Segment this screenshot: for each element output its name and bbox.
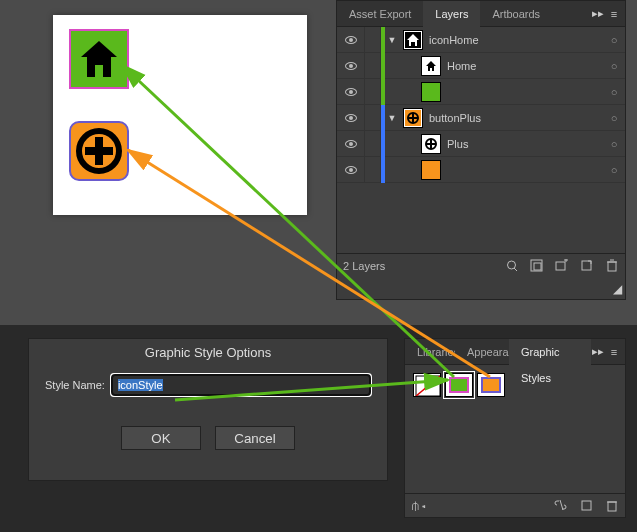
target-icon[interactable] — [603, 138, 625, 150]
target-icon[interactable] — [603, 112, 625, 124]
svg-line-22 — [560, 500, 563, 510]
eye-icon — [345, 88, 357, 96]
svg-rect-12 — [534, 263, 541, 270]
layer-name[interactable]: buttonPlus — [427, 112, 603, 124]
new-style-icon[interactable] — [579, 498, 594, 513]
visibility-toggle[interactable] — [337, 79, 365, 105]
target-icon[interactable] — [603, 60, 625, 72]
layer-thumbnail — [421, 134, 441, 154]
svg-rect-17 — [608, 262, 616, 271]
styles-library-menu-icon[interactable]: ⫛◂ — [411, 498, 426, 513]
eye-icon — [345, 114, 357, 122]
layer-name[interactable]: iconHome — [427, 34, 603, 46]
layer-row[interactable]: Plus — [337, 131, 625, 157]
eye-icon — [345, 36, 357, 44]
svg-line-10 — [514, 268, 517, 271]
visibility-toggle[interactable] — [337, 53, 365, 79]
layer-color-bar — [381, 157, 385, 183]
style-swatch-icon-style[interactable] — [445, 373, 473, 397]
lock-column[interactable] — [365, 79, 381, 105]
layer-thumbnail — [421, 82, 441, 102]
graphic-style-options-dialog: Graphic Style Options Style Name: OK Can… — [28, 338, 388, 481]
delete-style-icon[interactable] — [604, 498, 619, 513]
lock-column[interactable] — [365, 157, 381, 183]
layer-thumbnail — [421, 56, 441, 76]
graphic-styles-panel: Libraries Appearance Graphic Styles ▸▸ ≡… — [404, 338, 626, 518]
svg-rect-23 — [582, 501, 591, 510]
disclosure-triangle-icon[interactable]: ▼ — [385, 35, 399, 45]
eye-icon — [345, 140, 357, 148]
disclosure-triangle-icon[interactable]: ▼ — [385, 113, 399, 123]
layer-row[interactable]: ▼buttonPlus — [337, 105, 625, 131]
layer-name[interactable]: Plus — [445, 138, 603, 150]
layers-panel: Asset Export Layers Artboards ▸▸ ≡ ▼icon… — [336, 0, 626, 300]
layer-color-bar — [381, 53, 385, 79]
layer-row[interactable] — [337, 157, 625, 183]
visibility-toggle[interactable] — [337, 105, 365, 131]
artboard-canvas — [53, 15, 307, 215]
layer-count: 2 Layers — [343, 260, 385, 272]
svg-rect-2 — [85, 147, 113, 155]
svg-rect-13 — [556, 262, 565, 270]
visibility-toggle[interactable] — [337, 131, 365, 157]
panel-resize-icon[interactable]: ◢ — [613, 282, 622, 296]
layer-row[interactable] — [337, 79, 625, 105]
layer-name[interactable]: Home — [445, 60, 603, 72]
target-icon[interactable] — [603, 86, 625, 98]
layers-panel-tabs: Asset Export Layers Artboards ▸▸ ≡ — [337, 1, 625, 27]
svg-rect-24 — [608, 502, 616, 511]
layer-color-bar — [381, 131, 385, 157]
panel-menu-icon[interactable]: ≡ — [607, 7, 621, 21]
svg-rect-16 — [582, 261, 591, 270]
make-clipping-mask-icon[interactable] — [529, 258, 544, 273]
tab-layers[interactable]: Layers — [423, 1, 480, 27]
plus-circle-icon — [75, 127, 123, 175]
svg-rect-11 — [531, 260, 542, 271]
target-icon[interactable] — [603, 164, 625, 176]
target-icon[interactable] — [603, 34, 625, 46]
dialog-title: Graphic Style Options — [29, 339, 387, 374]
lock-column[interactable] — [365, 53, 381, 79]
style-swatch-default-style[interactable] — [413, 373, 441, 397]
eye-icon — [345, 166, 357, 174]
lock-column[interactable] — [365, 131, 381, 157]
tab-asset-export[interactable]: Asset Export — [337, 1, 423, 27]
style-swatch-button-style[interactable] — [477, 373, 505, 397]
locate-object-icon[interactable] — [504, 258, 519, 273]
visibility-toggle[interactable] — [337, 27, 365, 53]
tab-graphic-styles[interactable]: Graphic Styles — [509, 339, 591, 365]
gs-tabs: Libraries Appearance Graphic Styles ▸▸ ≡ — [405, 339, 625, 365]
layers-footer: 2 Layers — [337, 253, 625, 277]
new-sublayer-icon[interactable] — [554, 258, 569, 273]
cancel-button[interactable]: Cancel — [215, 426, 295, 450]
panel-collapse-icon[interactable]: ▸▸ — [591, 7, 605, 21]
layer-row[interactable]: ▼iconHome — [337, 27, 625, 53]
house-icon — [77, 37, 121, 81]
gs-collapse-icon[interactable]: ▸▸ — [591, 345, 605, 359]
tab-appearance[interactable]: Appearance — [455, 339, 509, 365]
lock-column[interactable] — [365, 105, 381, 131]
style-name-input[interactable] — [111, 374, 371, 396]
layer-thumbnail — [421, 160, 441, 180]
visibility-toggle[interactable] — [337, 157, 365, 183]
tab-libraries[interactable]: Libraries — [405, 339, 455, 365]
layer-row[interactable]: Home — [337, 53, 625, 79]
layer-color-bar — [381, 79, 385, 105]
style-swatch-row — [405, 365, 625, 405]
gs-menu-icon[interactable]: ≡ — [607, 345, 621, 359]
tab-artboards[interactable]: Artboards — [480, 1, 552, 27]
layer-thumbnail — [403, 108, 423, 128]
ok-button[interactable]: OK — [121, 426, 201, 450]
new-layer-icon[interactable] — [579, 258, 594, 273]
style-name-label: Style Name: — [45, 379, 105, 391]
layer-thumbnail — [403, 30, 423, 50]
eye-icon — [345, 62, 357, 70]
delete-layer-icon[interactable] — [604, 258, 619, 273]
button-plus-art[interactable] — [69, 121, 129, 181]
icon-home-art[interactable] — [69, 29, 129, 89]
layer-rows: ▼iconHomeHome▼buttonPlusPlus — [337, 27, 625, 183]
lock-column[interactable] — [365, 27, 381, 53]
gs-footer: ⫛◂ — [405, 493, 625, 517]
break-link-icon[interactable] — [554, 498, 569, 513]
